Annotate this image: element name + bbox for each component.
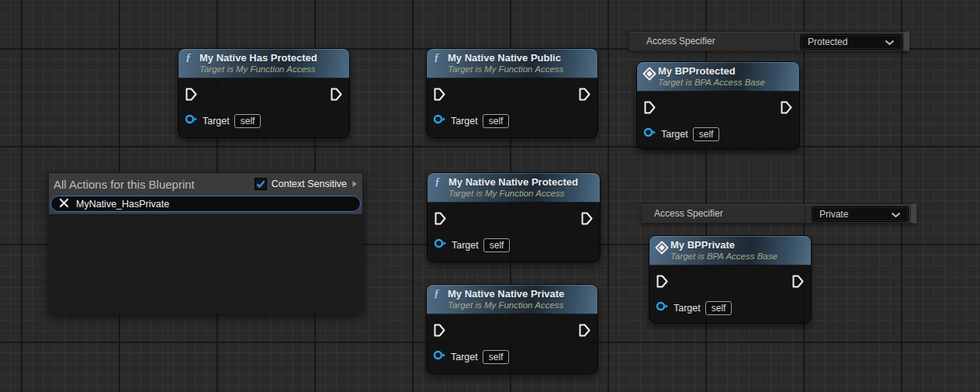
dropdown-selected-value: Private bbox=[819, 209, 848, 220]
target-object-pin[interactable] bbox=[643, 127, 656, 141]
target-pin-label: Target bbox=[203, 116, 230, 127]
node-header: ƒ My Native Native Private Target is My … bbox=[427, 285, 597, 314]
target-self-box[interactable]: self bbox=[483, 114, 510, 128]
target-self-box[interactable]: self bbox=[705, 301, 732, 315]
node-title: My Native Has Protected bbox=[199, 52, 343, 64]
access-specifier-label: Access Specifier bbox=[629, 36, 715, 47]
target-object-pin[interactable] bbox=[185, 113, 198, 128]
column-splitter[interactable] bbox=[805, 204, 805, 223]
details-row-access-specifier: Access Specifier Private bbox=[641, 203, 916, 224]
dropdown-selected-value: Protected bbox=[808, 36, 847, 47]
target-self-box[interactable]: self bbox=[234, 114, 261, 128]
node-my-bpprivate[interactable]: My BPPrivate Target is BPA Access Base T… bbox=[649, 235, 812, 324]
menu-title: All Actions for this Blueprint bbox=[54, 178, 250, 191]
exec-in-pin[interactable] bbox=[656, 274, 669, 289]
exec-in-pin[interactable] bbox=[433, 87, 446, 102]
target-self-box[interactable]: self bbox=[483, 238, 511, 252]
exec-in-pin[interactable] bbox=[185, 87, 198, 102]
access-specifier-dropdown[interactable]: Protected bbox=[800, 34, 902, 50]
exec-in-pin[interactable] bbox=[643, 100, 656, 115]
node-subtitle: Target is My Function Access bbox=[448, 188, 594, 199]
function-icon: ƒ bbox=[435, 175, 441, 189]
node-header: My BPPrivate Target is BPA Access Base bbox=[649, 236, 811, 265]
target-pin-label: Target bbox=[452, 240, 479, 251]
node-subtitle: Target is BPA Access Base bbox=[670, 251, 805, 262]
target-pin-label: Target bbox=[674, 303, 701, 314]
node-title: My Native Native Private bbox=[448, 288, 591, 300]
clear-search-icon[interactable] bbox=[59, 197, 69, 211]
node-subtitle: Target is My Function Access bbox=[199, 64, 343, 75]
node-my-native-native-protected[interactable]: ƒ My Native Native Protected Target is M… bbox=[427, 172, 601, 262]
node-header: ƒ My Native Native Protected Target is M… bbox=[428, 173, 600, 203]
function-icon: ƒ bbox=[434, 287, 440, 300]
exec-out-pin[interactable] bbox=[580, 211, 594, 226]
exec-out-pin[interactable] bbox=[780, 100, 793, 115]
target-object-pin[interactable] bbox=[434, 238, 447, 252]
details-row-access-specifier: Access Specifier Protected bbox=[629, 31, 909, 51]
blueprint-graph-canvas[interactable]: { "palette_menu": { "title": "All Action… bbox=[0, 0, 980, 392]
exec-in-pin[interactable] bbox=[433, 323, 446, 338]
node-my-native-has-protected[interactable]: ƒ My Native Has Protected Target is My F… bbox=[178, 48, 350, 138]
node-header: ƒ My Native Has Protected Target is My F… bbox=[178, 49, 349, 78]
target-object-pin[interactable] bbox=[656, 300, 669, 315]
blueprint-actions-menu: All Actions for this Blueprint Context S… bbox=[48, 172, 363, 314]
node-subtitle: Target is My Function Access bbox=[448, 64, 591, 75]
node-title: My Native Native Public bbox=[448, 52, 591, 64]
exec-out-pin[interactable] bbox=[578, 323, 591, 338]
column-splitter[interactable] bbox=[794, 32, 795, 50]
target-pin-label: Target bbox=[661, 129, 688, 140]
target-pin-label: Target bbox=[451, 352, 478, 363]
target-self-box[interactable]: self bbox=[483, 350, 510, 364]
action-results-list[interactable] bbox=[49, 214, 362, 313]
node-title: My BPProtected bbox=[658, 65, 793, 77]
node-title: My BPPrivate bbox=[670, 239, 805, 251]
function-icon: ƒ bbox=[434, 51, 440, 64]
expander-arrow-icon[interactable] bbox=[351, 177, 358, 191]
context-sensitive-label: Context Sensitive bbox=[272, 179, 347, 189]
node-my-native-native-private[interactable]: ƒ My Native Native Private Target is My … bbox=[426, 284, 598, 374]
access-specifier-label: Access Specifier bbox=[642, 208, 723, 219]
event-diamond-icon bbox=[642, 67, 656, 84]
node-my-bpprotected[interactable]: My BPProtected Target is BPA Access Base… bbox=[636, 61, 800, 150]
node-my-native-native-public[interactable]: ƒ My Native Native Public Target is My F… bbox=[426, 48, 598, 138]
target-self-box[interactable]: self bbox=[693, 127, 720, 141]
function-icon: ƒ bbox=[185, 51, 192, 64]
node-header: My BPProtected Target is BPA Access Base bbox=[637, 62, 799, 92]
node-title: My Native Native Protected bbox=[448, 176, 594, 188]
target-object-pin[interactable] bbox=[433, 349, 446, 364]
search-input[interactable] bbox=[76, 199, 352, 210]
exec-in-pin[interactable] bbox=[434, 211, 447, 226]
chevron-down-icon bbox=[885, 35, 895, 49]
access-specifier-dropdown[interactable]: Private bbox=[812, 206, 909, 222]
node-header: ƒ My Native Native Public Target is My F… bbox=[427, 49, 597, 78]
node-subtitle: Target is BPA Access Base bbox=[658, 77, 793, 88]
exec-out-pin[interactable] bbox=[791, 274, 805, 289]
exec-out-pin[interactable] bbox=[578, 87, 591, 102]
event-diamond-icon bbox=[655, 241, 669, 258]
target-object-pin[interactable] bbox=[433, 113, 446, 128]
chevron-down-icon bbox=[891, 207, 901, 221]
target-pin-label: Target bbox=[451, 116, 478, 127]
exec-out-pin[interactable] bbox=[330, 87, 343, 102]
context-sensitive-checkbox[interactable] bbox=[255, 178, 267, 190]
node-subtitle: Target is My Function Access bbox=[448, 300, 591, 310]
action-search-field[interactable] bbox=[50, 196, 361, 212]
